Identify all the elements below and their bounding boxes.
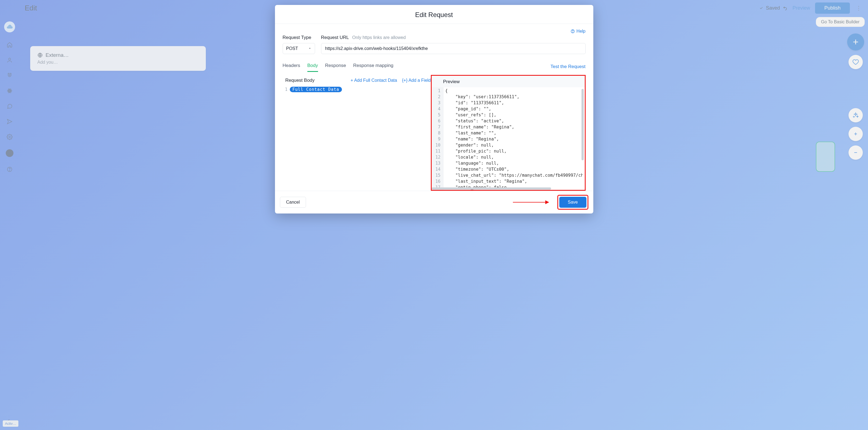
preview-content: { "key": "user:1137356611", "id": "11373… <box>443 87 585 190</box>
request-url-input[interactable] <box>321 43 586 54</box>
save-button[interactable]: Save <box>559 197 586 208</box>
request-tabs-row: Headers Body Response Response mapping T… <box>283 61 586 72</box>
chevron-down-icon <box>308 46 311 51</box>
annotation-arrow <box>513 202 549 203</box>
help-label: Help <box>577 29 586 34</box>
request-body-editor[interactable]: 1 Full Contact Data <box>283 86 431 92</box>
request-type-select[interactable]: POST <box>283 43 315 54</box>
tab-response-mapping[interactable]: Response mapping <box>353 61 393 72</box>
help-icon <box>570 29 575 33</box>
preview-title: Preview <box>432 76 585 87</box>
edit-request-modal: Edit Request Help Request Type POST <box>275 5 593 214</box>
request-body-panel: Request Body + Add Full Contact Data {+}… <box>283 75 431 191</box>
request-body-title: Request Body <box>285 78 315 83</box>
request-url-hint: Only https links are allowed <box>352 35 406 40</box>
modal-footer: Cancel Save <box>275 191 593 214</box>
cancel-button[interactable]: Cancel <box>280 197 306 208</box>
modal-backdrop: Edit Request Help Request Type POST <box>0 0 868 430</box>
body-section: Request Body + Add Full Contact Data {+}… <box>283 75 586 191</box>
request-type-value: POST <box>286 46 298 51</box>
tab-body[interactable]: Body <box>307 61 318 72</box>
add-full-contact-data-link[interactable]: + Add Full Contact Data <box>351 78 397 83</box>
add-field-link[interactable]: {+} Add a Field <box>402 78 431 83</box>
preview-vertical-scrollbar[interactable] <box>582 89 584 160</box>
preview-panel: Preview 1 2 3 4 5 6 7 8 9 10 11 12 13 14… <box>431 75 586 191</box>
tab-headers[interactable]: Headers <box>283 61 300 72</box>
tab-response[interactable]: Response <box>325 61 346 72</box>
svg-point-11 <box>572 32 573 32</box>
preview-gutter: 1 2 3 4 5 6 7 8 9 10 11 12 13 14 15 16 1… <box>432 87 444 190</box>
request-config-row: Request Type POST Request URL Only https… <box>283 35 586 54</box>
preview-horizontal-scrollbar[interactable] <box>432 187 585 190</box>
request-type-label: Request Type <box>283 35 315 40</box>
modal-body: Help Request Type POST Request URL <box>275 24 593 191</box>
help-link[interactable]: Help <box>570 29 586 34</box>
modal-title: Edit Request <box>275 11 593 19</box>
test-request-link[interactable]: Test the Request <box>551 64 586 69</box>
editor-gutter: 1 <box>283 86 289 92</box>
modal-header: Edit Request <box>275 5 593 24</box>
preview-code-viewport[interactable]: 1 2 3 4 5 6 7 8 9 10 11 12 13 14 15 16 1… <box>432 87 585 190</box>
full-contact-data-token[interactable]: Full Contact Data <box>290 87 342 92</box>
request-url-label: Request URL <box>321 35 349 40</box>
save-button-highlight: Save <box>557 195 588 210</box>
